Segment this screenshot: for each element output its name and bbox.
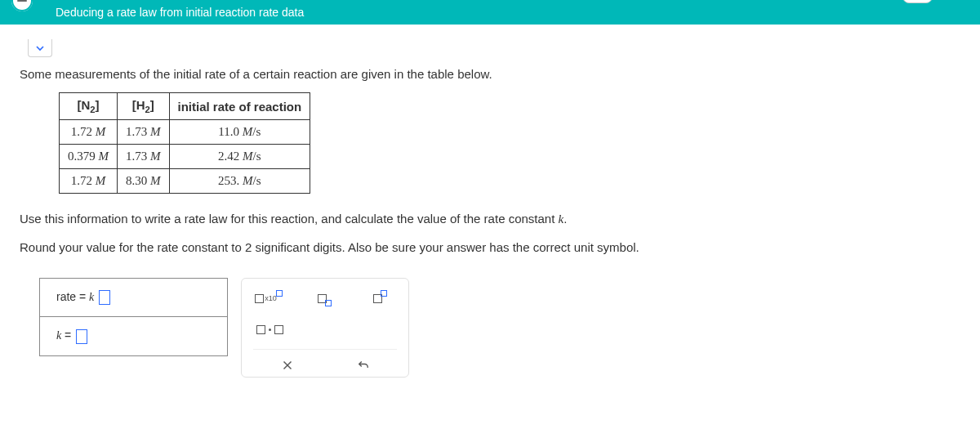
answer-table: rate = k k = [39, 278, 228, 356]
undo-button[interactable] [347, 354, 380, 377]
table-row: 1.72 M 8.30 M 253. M/s [60, 169, 310, 194]
chevron-down-icon [33, 42, 47, 55]
multiply-dot-button[interactable] [253, 318, 286, 341]
question-content: Some measurements of the initial rate of… [0, 25, 980, 392]
col-header-h2: [H2] [118, 93, 170, 120]
subscript-button[interactable] [309, 287, 341, 310]
table-row: 0.379 M 1.73 M 2.42 M/s [60, 145, 310, 169]
col-header-rate: initial rate of reaction [169, 93, 310, 120]
sci-notation-button[interactable]: x10 [253, 287, 286, 310]
lesson-title: Deducing a rate law from initial reactio… [56, 6, 304, 19]
clear-button[interactable] [271, 354, 304, 377]
col-header-n2: [N2] [60, 93, 118, 120]
k-answer-cell[interactable]: k = [40, 317, 228, 355]
lesson-header: Deducing a rate law from initial reactio… [0, 0, 980, 25]
close-icon [280, 358, 295, 373]
symbol-palette: x10 [241, 278, 409, 378]
rate-answer-cell[interactable]: rate = k [40, 279, 228, 317]
rate-input-box[interactable] [99, 290, 110, 305]
intro-text: Some measurements of the initial rate of… [20, 67, 960, 81]
instruction-2: Round your value for the rate constant t… [20, 239, 960, 257]
expand-toggle[interactable] [28, 39, 52, 57]
superscript-button[interactable] [364, 287, 397, 310]
instruction-1: Use this information to write a rate law… [20, 210, 960, 229]
collapse-button[interactable] [11, 0, 33, 11]
table-row: 1.72 M 1.73 M 11.0 M/s [60, 120, 310, 145]
resource-icon[interactable] [956, 0, 973, 20]
score-display: 0/3 [902, 0, 933, 3]
undo-icon [356, 358, 371, 373]
k-input-box[interactable] [76, 329, 87, 344]
data-table: [N2] [H2] initial rate of reaction 1.72 … [59, 92, 310, 194]
